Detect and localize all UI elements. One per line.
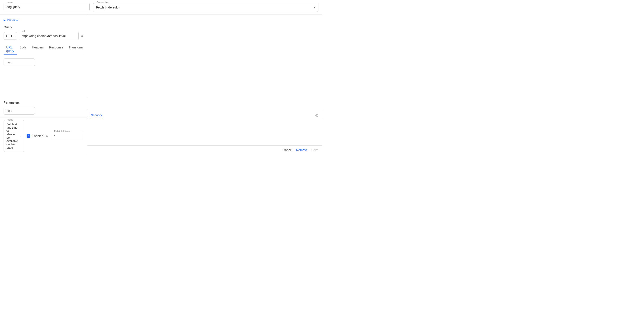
parameters-field-input[interactable] bbox=[4, 107, 35, 115]
url-label: url bbox=[21, 30, 26, 32]
mode-field: mode Fetch at any time to always be avai… bbox=[4, 120, 24, 152]
refetch-input[interactable] bbox=[54, 133, 80, 139]
enabled-label: Enabled bbox=[32, 134, 43, 138]
cancel-button[interactable]: Cancel bbox=[283, 148, 292, 152]
query-tabs: URL query Body Headers Response Transfor bbox=[4, 44, 83, 55]
connection-field-container: Connection Fetch | <default> ▾ bbox=[93, 3, 318, 12]
connection-field: Connection Fetch | <default> ▾ bbox=[93, 3, 318, 12]
method-value: GET bbox=[6, 34, 12, 38]
url-field: url bbox=[19, 32, 79, 40]
tab-transform[interactable]: Transform bbox=[66, 44, 85, 55]
preview-triangle-icon: ▶ bbox=[4, 18, 6, 22]
bottom-bar: mode Fetch at any time to always be avai… bbox=[0, 117, 87, 154]
left-scrollable: ▶ Preview Query GET ▾ url bbox=[0, 15, 87, 98]
save-button[interactable]: Save bbox=[311, 148, 318, 152]
network-content bbox=[87, 119, 322, 145]
connection-value: Fetch | <default> bbox=[96, 5, 120, 9]
mode-chevron-icon: ▾ bbox=[20, 135, 22, 137]
name-field: name bbox=[4, 3, 90, 11]
url-link-icon[interactable]: ⇔ bbox=[80, 34, 83, 38]
tab-body[interactable]: Body bbox=[17, 44, 29, 55]
name-label: name bbox=[6, 1, 14, 3]
method-chevron-icon: ▾ bbox=[14, 35, 14, 37]
cancel-circle-icon[interactable]: ⊘ bbox=[315, 113, 318, 118]
query-section-label: Query bbox=[4, 25, 83, 29]
preview-row[interactable]: ▶ Preview bbox=[4, 18, 83, 22]
tab-response[interactable]: Response bbox=[46, 44, 66, 55]
url-input[interactable] bbox=[22, 33, 76, 39]
connection-chevron-icon: ▾ bbox=[314, 5, 316, 9]
tab-url-query[interactable]: URL query bbox=[4, 44, 17, 55]
connection-label: Connection bbox=[96, 1, 110, 3]
name-field-container: name bbox=[4, 3, 90, 12]
right-top-area bbox=[87, 15, 322, 110]
enabled-link-icon[interactable]: ⇔ bbox=[46, 134, 48, 138]
mode-value: Fetch at any time to always be available… bbox=[6, 121, 18, 151]
page-wrapper: name Connection Fetch | <default> ▾ ▶ Pr… bbox=[0, 0, 322, 154]
remove-button[interactable]: Remove bbox=[296, 148, 308, 152]
body-area: ▶ Preview Query GET ▾ url bbox=[0, 15, 322, 154]
refetch-label: Refetch interval bbox=[53, 130, 72, 133]
query-section: Query GET ▾ url ⇔ bbox=[4, 25, 83, 66]
method-select[interactable]: GET ▾ bbox=[4, 32, 17, 40]
url-row: GET ▾ url ⇔ bbox=[4, 32, 83, 40]
mode-label: mode bbox=[6, 118, 14, 121]
right-column: Network ⊘ Cancel Remove Save bbox=[87, 15, 322, 154]
footer-buttons: Cancel Remove Save bbox=[87, 145, 322, 154]
parameters-section: Parameters bbox=[0, 98, 87, 117]
enabled-checkbox[interactable] bbox=[26, 134, 30, 138]
enabled-row: Enabled bbox=[26, 134, 43, 138]
name-input[interactable] bbox=[6, 4, 87, 10]
connection-select[interactable]: Fetch | <default> ▾ bbox=[96, 4, 316, 11]
left-column: ▶ Preview Query GET ▾ url bbox=[0, 15, 87, 154]
preview-label: Preview bbox=[7, 18, 18, 22]
network-tab[interactable]: Network bbox=[91, 112, 102, 119]
top-header: name Connection Fetch | <default> ▾ bbox=[0, 0, 322, 15]
right-bottom-area: Network ⊘ Cancel Remove Save bbox=[87, 110, 322, 154]
url-query-field-input[interactable] bbox=[4, 58, 35, 66]
parameters-label: Parameters bbox=[4, 101, 83, 104]
refetch-field: Refetch interval bbox=[51, 132, 83, 140]
tab-headers[interactable]: Headers bbox=[29, 44, 46, 55]
network-tab-bar: Network ⊘ bbox=[87, 110, 322, 119]
